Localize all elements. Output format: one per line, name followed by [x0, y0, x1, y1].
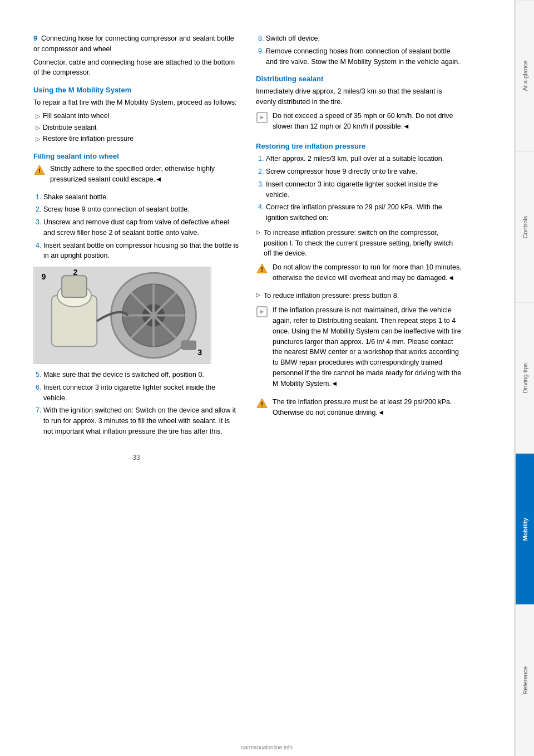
note-icon-1 — [256, 111, 268, 124]
bullet-distribute: Distribute sealant — [36, 122, 239, 133]
warning-text-2: Do not allow the compressor to run for m… — [273, 262, 462, 283]
img-label-3: 3 — [197, 348, 202, 357]
section-using-intro: To repair a flat tire with the M Mobilit… — [33, 97, 239, 108]
note-box-2: If the inflation pressure is not maintai… — [256, 305, 462, 391]
intro-note: Connector, cable and connecting hose are… — [33, 57, 239, 78]
copyright-watermark: carmanualonline.info — [241, 744, 293, 750]
compressor-image: 9 2 3 — [33, 267, 211, 364]
left-column: 9 Connecting hose for connecting compres… — [33, 33, 239, 734]
sub-bullet-reduce: To reduce inflation pressure: press butt… — [256, 291, 462, 301]
section-distributing-heading: Distributing sealant — [256, 75, 462, 83]
note-icon-2 — [256, 306, 268, 318]
warning-icon-1: ! — [33, 164, 46, 176]
warning-box-1: ! Strictly adhere to the specified order… — [33, 164, 239, 188]
img-label-2: 2 — [73, 268, 77, 277]
svg-marker-15 — [260, 115, 264, 119]
main-content: 9 Connecting hose for connecting compres… — [0, 0, 514, 756]
step-1-3: Unscrew and remove dust cap from valve o… — [43, 217, 239, 238]
note-text-2: If the inflation pressure is not maintai… — [273, 305, 462, 389]
note-box-distributing: Do not exceed a speed of 35 mph or 60 km… — [256, 111, 462, 135]
section-using-heading: Using the M Mobility System — [33, 86, 239, 94]
right-column: Switch off device. Remove connecting hos… — [256, 33, 462, 734]
step-1-7: With the ignition switched on: Switch on… — [43, 405, 239, 436]
step-1-1: Shake sealant bottle. — [43, 192, 239, 203]
intro-item-9: 9 Connecting hose for connecting compres… — [33, 33, 239, 55]
bullet-restore: Restore tire inflation pressure — [36, 134, 239, 144]
step-r4-2: Screw compressor hose 9 directly onto ti… — [266, 166, 462, 177]
svg-text:!: ! — [38, 168, 41, 174]
sub-bullet-reduce-text: To reduce inflation pressure: press butt… — [264, 291, 399, 301]
sub-bullet-increase: To increase inflation pressure: switch o… — [256, 228, 462, 259]
sidebar-tab-at-a-glance[interactable]: At a glance — [516, 0, 534, 151]
warning-box-3: ! The tire inflation pressure must be at… — [256, 397, 462, 421]
step-1-6: Insert connector 3 into cigarette lighte… — [43, 382, 239, 404]
svg-rect-12 — [62, 276, 87, 297]
sub-bullet-increase-text: To increase inflation pressure: switch o… — [264, 228, 462, 259]
cont-steps: Switch off device. Remove connecting hos… — [256, 33, 462, 67]
step-r4-4: Correct tire inflation pressure to 29 ps… — [266, 202, 462, 223]
warning-text-1: Strictly adhere to the specified order, … — [50, 164, 239, 185]
sidebar: At a glance Controls Driving tips Mobili… — [514, 0, 534, 756]
step-1-4: Insert sealant bottle on compressor hous… — [43, 240, 239, 262]
filling-steps-2: Make sure that the device is switched of… — [33, 370, 239, 437]
distributing-intro: Immediately drive approx. 2 miles/3 km s… — [256, 86, 462, 107]
compressor-svg: 9 2 3 — [34, 267, 211, 364]
warning-box-2: ! Do not allow the compressor to run for… — [256, 262, 462, 286]
sidebar-tab-mobility[interactable]: Mobility — [516, 454, 534, 605]
image-placeholder: 9 2 3 — [34, 267, 211, 364]
step-r4-1: After approx. 2 miles/3 km, pull over at… — [266, 154, 462, 164]
warning-icon-3: ! — [256, 397, 268, 410]
svg-rect-13 — [182, 341, 196, 349]
svg-text:!: ! — [261, 401, 263, 408]
restoring-steps: After approx. 2 miles/3 km, pull over at… — [256, 154, 462, 223]
step-1-5: Make sure that the device is switched of… — [43, 370, 239, 380]
page-container: 9 Connecting hose for connecting compres… — [0, 0, 534, 756]
step-r4-3: Insert connector 3 into cigarette lighte… — [266, 179, 462, 200]
step-r-9: Remove connecting hoses from connection … — [266, 46, 462, 67]
sidebar-tab-driving-tips[interactable]: Driving tips — [516, 302, 534, 454]
section-restoring-heading: Restoring tire inflation pressure — [256, 142, 462, 150]
svg-marker-19 — [260, 310, 264, 314]
bullet-fill: Fill sealant into wheel — [36, 111, 239, 121]
step-r-8: Switch off device. — [266, 33, 462, 44]
note-text-distributing: Do not exceed a speed of 35 mph or 60 km… — [273, 111, 462, 132]
filling-steps-1: Shake sealant bottle. Screw hose 9 onto … — [33, 192, 239, 262]
page-number: 33 — [33, 454, 239, 462]
warning-text-3: The tire inflation pressure must be at l… — [273, 397, 462, 418]
warning-icon-2: ! — [256, 263, 268, 275]
sidebar-tab-controls[interactable]: Controls — [516, 151, 534, 303]
img-label-9: 9 — [41, 272, 46, 281]
sidebar-tab-reference[interactable]: Reference — [516, 605, 534, 756]
svg-text:!: ! — [261, 266, 263, 273]
step-1-2: Screw hose 9 onto connection of sealant … — [43, 204, 239, 215]
section-filling-heading: Filling sealant into wheel — [33, 152, 239, 160]
mobility-bullets: Fill sealant into wheel Distribute seala… — [33, 111, 239, 144]
